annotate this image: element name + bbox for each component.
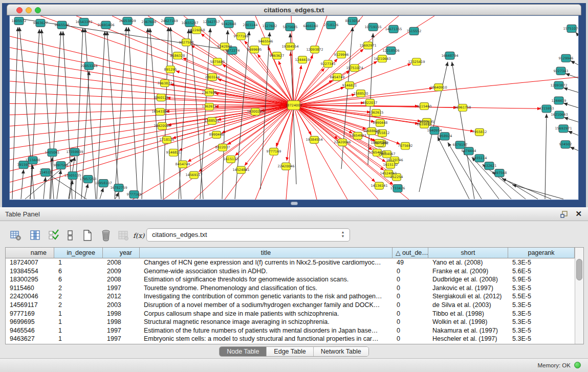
table-cell[interactable]: 9699695: [6, 318, 54, 326]
window-titlebar[interactable]: citations_edges.txt: [7, 4, 581, 15]
table-cell[interactable]: 5.3E-5: [508, 335, 575, 343]
table-cell[interactable]: 0: [393, 301, 428, 310]
table-cell[interactable]: 1997: [103, 335, 140, 343]
tab-edge-table[interactable]: Edge Table: [267, 347, 313, 356]
table-cell[interactable]: 6: [54, 275, 103, 284]
table-cell[interactable]: Disruption of a novel member of a sodium…: [140, 301, 393, 310]
table-cell[interactable]: 1: [54, 318, 103, 326]
table-cell[interactable]: 5.6E-5: [508, 267, 575, 276]
table-cell[interactable]: 2012: [103, 292, 140, 301]
table-row[interactable]: 946362711997Embryonic stem cells: a mode…: [6, 335, 575, 343]
table-cell[interactable]: Wolkin et al. (1998): [428, 318, 508, 326]
table-cell[interactable]: Yano et al. (2008): [428, 258, 508, 267]
table-cell[interactable]: 19384554: [6, 267, 54, 276]
table-cell[interactable]: Estimation of the future numbers of pati…: [140, 326, 393, 335]
table-cell[interactable]: Investigating the contribution of common…: [140, 292, 393, 301]
table-cell[interactable]: 0: [393, 284, 428, 293]
table-cell[interactable]: 5.3E-5: [508, 301, 575, 310]
table-row[interactable]: 969969511998Structural magnetic resonanc…: [6, 318, 575, 326]
close-panel-icon[interactable]: ✕: [575, 209, 582, 218]
show-columns-icon[interactable]: [28, 228, 43, 243]
table-row[interactable]: 977716911998Corpus callosum shape and si…: [6, 310, 575, 318]
table-cell[interactable]: Dudbridge et al. (2008): [428, 275, 508, 284]
column-header-title[interactable]: title: [140, 248, 393, 258]
table-cell[interactable]: 5.3E-5: [508, 326, 575, 335]
table-cell[interactable]: 2: [54, 292, 103, 301]
table-cell[interactable]: 0: [393, 267, 428, 276]
table-cell[interactable]: 1997: [103, 284, 140, 293]
table-cell[interactable]: 1: [54, 258, 103, 267]
table-cell[interactable]: 5.3E-5: [508, 258, 575, 267]
table-cell[interactable]: 1: [54, 335, 103, 343]
table-cell[interactable]: 2008: [103, 258, 140, 267]
table-cell[interactable]: 0: [393, 292, 428, 301]
table-cell[interactable]: 1998: [103, 310, 140, 318]
table-cell[interactable]: 0: [393, 310, 428, 318]
delete-table-icon[interactable]: [98, 228, 114, 243]
function-builder-icon[interactable]: f(x): [131, 228, 146, 243]
modify-table-icon[interactable]: [8, 228, 24, 243]
table-cell[interactable]: de Silva et al. (2003): [428, 301, 508, 310]
table-row[interactable]: 1456911722003Disruption of a novel membe…: [6, 301, 575, 310]
table-cell[interactable]: 49: [393, 258, 428, 267]
column-header-short[interactable]: short: [428, 248, 508, 258]
table-row[interactable]: 2242004622012Investigating the contribut…: [6, 292, 575, 301]
splitter-grip[interactable]: [291, 202, 298, 205]
table-row[interactable]: 1830029562008Estimation of significance …: [6, 275, 575, 284]
table-cell[interactable]: 14569117: [6, 301, 54, 310]
table-cell[interactable]: Nakamura et al. (1997): [428, 326, 508, 335]
table-cell[interactable]: 2008: [103, 275, 140, 284]
table-cell[interactable]: 1: [54, 326, 103, 335]
table-cell[interactable]: 0: [393, 318, 428, 326]
table-cell[interactable]: 5.3E-5: [508, 318, 575, 326]
table-cell[interactable]: 9115460: [6, 284, 54, 293]
table-cell[interactable]: Stergiakouli et al. (2012): [428, 292, 508, 301]
table-cell[interactable]: 0: [393, 335, 428, 343]
vertical-scrollbar[interactable]: [575, 248, 583, 344]
table-cell[interactable]: 2003: [103, 301, 140, 310]
table-cell[interactable]: Genome-wide association studies in ADHD.: [140, 267, 393, 276]
table-row[interactable]: 1872400712008Changes of HCN gene express…: [6, 258, 575, 267]
table-cell[interactable]: 1998: [103, 318, 140, 326]
table-cell[interactable]: Structural magnetic resonance image aver…: [140, 318, 393, 326]
float-panel-icon[interactable]: [560, 210, 569, 218]
table-cell[interactable]: Corpus callosum shape and size in male p…: [140, 310, 393, 318]
table-cell[interactable]: 0: [393, 326, 428, 335]
table-cell[interactable]: Franke et al. (2009): [428, 267, 508, 276]
table-cell[interactable]: Estimation of significance thresholds fo…: [140, 275, 393, 284]
column-header-year[interactable]: year: [103, 248, 140, 258]
table-row[interactable]: 1938455462009Genome-wide association stu…: [6, 267, 575, 276]
scrollbar-thumb[interactable]: [576, 259, 582, 280]
select-rows-icon[interactable]: [46, 228, 61, 243]
table-cell[interactable]: Tibbo et al. (1998): [428, 310, 508, 318]
network-graph-canvas[interactable]: 1405572946362794655461654338220691406160…: [9, 15, 579, 200]
table-cell[interactable]: 9463627: [6, 335, 54, 343]
table-cell[interactable]: 6: [54, 267, 103, 276]
table-cell[interactable]: Jankovic et al. (1997): [428, 284, 508, 293]
table-cell[interactable]: 5.3E-5: [508, 310, 575, 318]
column-header-in_degree[interactable]: in_degree: [54, 248, 103, 258]
table-cell[interactable]: 0: [393, 275, 428, 284]
tab-node-table[interactable]: Node Table: [220, 347, 267, 356]
tab-network-table[interactable]: Network Table: [314, 347, 368, 356]
table-cell[interactable]: 9777169: [6, 310, 54, 318]
table-row[interactable]: 946554611997Estimation of the future num…: [6, 326, 575, 335]
table-selector-dropdown[interactable]: citations_edges.txt ▲▼: [146, 228, 350, 242]
table-cell[interactable]: 5.3E-5: [508, 284, 575, 293]
table-cell[interactable]: Tourette syndrome. Phenomenology and cla…: [140, 284, 393, 293]
column-header-out_de[interactable]: △ out_de…: [393, 248, 428, 258]
table-cell[interactable]: 9465546: [6, 326, 54, 335]
table-row[interactable]: 911546021997Tourette syndrome. Phenomeno…: [6, 284, 575, 293]
table-cell[interactable]: 5.9E-5: [508, 275, 575, 284]
table-cell[interactable]: 1997: [103, 326, 140, 335]
column-header-name[interactable]: name: [6, 248, 54, 258]
table-cell[interactable]: Changes of HCN gene expression and I(f) …: [140, 258, 393, 267]
table-cell[interactable]: 2009: [103, 267, 140, 276]
table-cell[interactable]: Embryonic stem cells: a model to study s…: [140, 335, 393, 343]
column-header-pagerank[interactable]: pagerank: [508, 248, 575, 258]
table-cell[interactable]: 1: [54, 310, 103, 318]
table-cell[interactable]: 5.5E-5: [508, 292, 575, 301]
table-cell[interactable]: Hescheler et al. (1997): [428, 335, 508, 343]
column-mapping-icon[interactable]: [62, 228, 78, 243]
table-cell[interactable]: 2: [54, 284, 103, 293]
